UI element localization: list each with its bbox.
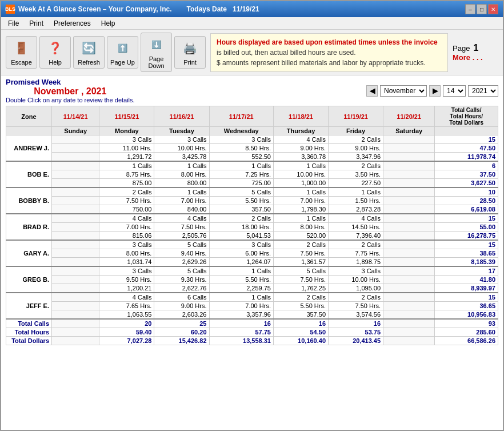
date-11-19-header: 11/19/21 — [329, 106, 383, 127]
content-area: Promised Week November , 2021 Double Cli… — [1, 75, 503, 430]
help-button[interactable]: ❓ Help — [39, 36, 71, 69]
totals-header: Total Calls/Total Hours/Total Dollars — [435, 106, 498, 127]
employee-calls-row: GREG B. 3 Calls 5 Calls 1 Calls 5 Calls … — [6, 266, 498, 276]
total-dollars-row: Total Dollars 7,027.28 15,426.82 13,558.… — [6, 337, 498, 345]
day-select[interactable]: 14 — [443, 85, 466, 97]
minimize-button[interactable]: – — [465, 4, 475, 14]
info-line1: Hours displayed are based upon estimated… — [217, 38, 438, 46]
help-icon: ❓ — [46, 39, 65, 57]
employee-hours-row: 7.00 Hrs. 7.50 Hrs. 18.00 Hrs. 8.00 Hrs.… — [6, 223, 498, 232]
info-line3: $ amounts represent billed materials and… — [217, 59, 426, 67]
info-line2: is billed out, then actual billed hours … — [217, 49, 356, 57]
escape-button[interactable]: 🚪 Escape — [6, 36, 37, 69]
title-bar: BLS Week At A Glance Screen – Your Compa… — [1, 1, 503, 17]
employee-dollars-row: 1,031.74 2,629.26 1,264.07 1,361.57 1,89… — [6, 258, 498, 267]
help-label: Help — [49, 59, 62, 66]
friday-header: Friday — [329, 127, 383, 135]
total-dollars-label: Total Dollars — [6, 337, 52, 345]
employee-name: JEFF E. — [6, 293, 52, 319]
date-11-14-header: 11/14/21 — [52, 106, 99, 127]
employee-hours-row: 9.50 Hrs. 9.30 Hrs. 5.50 Hrs. 7.50 Hrs. … — [6, 276, 498, 284]
page-label: Page — [453, 44, 470, 53]
menu-bar: File Print Preferences Help — [1, 17, 503, 30]
employee-hours-row: 7.50 Hrs. 7.00 Hrs. 5.50 Hrs. 7.00 Hrs. … — [6, 197, 498, 205]
employee-dollars-row: 1,200.21 2,622.76 2,259.75 1,762.25 1,09… — [6, 284, 498, 293]
employee-name: ANDREW J. — [6, 135, 52, 162]
employee-calls-row: ANDREW J. 3 Calls 3 Calls 3 Calls 4 Call… — [6, 135, 498, 144]
employee-hours-row: 8.75 Hrs. 8.00 Hrs. 7.25 Hrs. 10.00 Hrs.… — [6, 170, 498, 179]
info-box: Hours displayed are based upon estimated… — [210, 33, 448, 72]
escape-icon: 🚪 — [13, 39, 31, 57]
print-label: Print — [183, 59, 197, 66]
page-number: 1 — [473, 43, 478, 53]
next-month-button[interactable]: ▶ — [429, 85, 441, 97]
employee-dollars-row: 875.00 800.00 725.00 1,000.00 227.50 3,6… — [6, 179, 498, 188]
month-nav: ◀ November ▶ 14 2021 — [366, 85, 498, 97]
date-11-16-header: 11/16/21 — [154, 106, 209, 127]
title-bar-left: BLS Week At A Glance Screen – Your Compa… — [6, 5, 259, 14]
refresh-icon: 🔄 — [80, 39, 98, 57]
employee-name: BRAD R. — [6, 214, 52, 240]
promised-week-label: Promised Week — [6, 78, 135, 86]
page-up-icon: ⬆️ — [114, 39, 132, 57]
total-hours-label: Total Hours — [6, 328, 52, 337]
close-button[interactable]: ✕ — [488, 4, 498, 14]
menu-file[interactable]: File — [3, 18, 23, 28]
table-container: Zone 11/14/21 11/15/21 11/16/21 11/17/21… — [6, 106, 498, 428]
totals-day-header — [435, 127, 498, 135]
page-up-label: Page Up — [110, 59, 135, 66]
print-icon: 🖨️ — [181, 39, 199, 57]
employee-dollars-row: 750.00 840.00 357.50 1,798.30 2,873.28 6… — [6, 205, 498, 214]
tuesday-header: Tuesday — [154, 127, 209, 135]
employee-calls-row: BOBBY B. 2 Calls 1 Calls 5 Calls 1 Calls… — [6, 187, 498, 197]
date-11-18-header: 11/18/21 — [273, 106, 328, 127]
saturday-header: Saturday — [383, 127, 435, 135]
employee-hours-row: 8.00 Hrs. 9.40 Hrs. 6.00 Hrs. 7.50 Hrs. … — [6, 249, 498, 258]
todays-date-display: Todays Date 11/19/21 — [187, 5, 259, 13]
menu-print[interactable]: Print — [25, 18, 48, 28]
page-info: Page 1 More . . . — [453, 43, 498, 62]
page-down-label: Page Down — [143, 55, 169, 69]
employee-name: BOB E. — [6, 161, 52, 187]
main-window: BLS Week At A Glance Screen – Your Compa… — [0, 0, 504, 431]
title-bar-controls: – □ ✕ — [465, 4, 498, 14]
employee-name: GARY A. — [6, 240, 52, 266]
month-year-display: November , 2021 — [6, 86, 135, 97]
zone-day-header — [6, 127, 52, 135]
sunday-header: Sunday — [52, 127, 99, 135]
page-down-icon: ⬇️ — [147, 35, 166, 54]
double-click-hint: Double Click on any date to review the d… — [6, 97, 135, 103]
employee-name: GREG B. — [6, 266, 52, 293]
wednesday-header: Wednesday — [209, 127, 273, 135]
menu-help[interactable]: Help — [97, 18, 120, 28]
refresh-button[interactable]: 🔄 Refresh — [73, 36, 105, 69]
toolbar: 🚪 Escape ❓ Help 🔄 Refresh ⬆️ Page Up ⬇️ … — [1, 30, 503, 75]
header-controls: Promised Week November , 2021 Double Cli… — [6, 78, 498, 103]
menu-preferences[interactable]: Preferences — [49, 18, 95, 28]
total-hours-row: Total Hours 59.40 60.20 57.75 54.50 53.7… — [6, 328, 498, 337]
maximize-button[interactable]: □ — [477, 4, 487, 14]
date-11-20-header: 11/20/21 — [383, 106, 435, 127]
page-up-button[interactable]: ⬆️ Page Up — [107, 36, 138, 69]
employee-hours-row: 11.00 Hrs. 10.00 Hrs. 8.50 Hrs. 9.00 Hrs… — [6, 144, 498, 153]
more-link[interactable]: More . . . — [453, 53, 483, 62]
main-table: Zone 11/14/21 11/15/21 11/16/21 11/17/21… — [6, 106, 498, 345]
app-icon: BLS — [6, 5, 15, 14]
total-calls-row: Total Calls 20 25 16 16 16 93 — [6, 319, 498, 328]
monday-header: Monday — [99, 127, 154, 135]
print-button[interactable]: 🖨️ Print — [174, 36, 206, 69]
employee-dollars-row: 1,291.72 3,425.78 552.50 3,360.78 3,347.… — [6, 153, 498, 162]
prev-month-button[interactable]: ◀ — [366, 85, 378, 97]
month-select[interactable]: November — [380, 85, 427, 97]
date-11-17-header: 11/17/21 — [209, 106, 273, 127]
employee-dollars-row: 815.06 2,505.76 5,041.53 520.00 7,396.40… — [6, 232, 498, 241]
employee-dollars-row: 1,063.55 2,603.26 3,357.96 357.50 3,574.… — [6, 310, 498, 320]
total-calls-label: Total Calls — [6, 319, 52, 328]
year-select[interactable]: 2021 — [468, 85, 498, 97]
header-left: Promised Week November , 2021 Double Cli… — [6, 78, 135, 103]
employee-calls-row: GARY A. 3 Calls 5 Calls 3 Calls 2 Calls … — [6, 240, 498, 249]
page-down-button[interactable]: ⬇️ Page Down — [141, 33, 172, 72]
employee-calls-row: BRAD R. 4 Calls 4 Calls 2 Calls 1 Calls … — [6, 214, 498, 223]
escape-label: Escape — [11, 59, 32, 66]
day-header-row: Sunday Monday Tuesday Wednesday Thursday… — [6, 127, 498, 135]
